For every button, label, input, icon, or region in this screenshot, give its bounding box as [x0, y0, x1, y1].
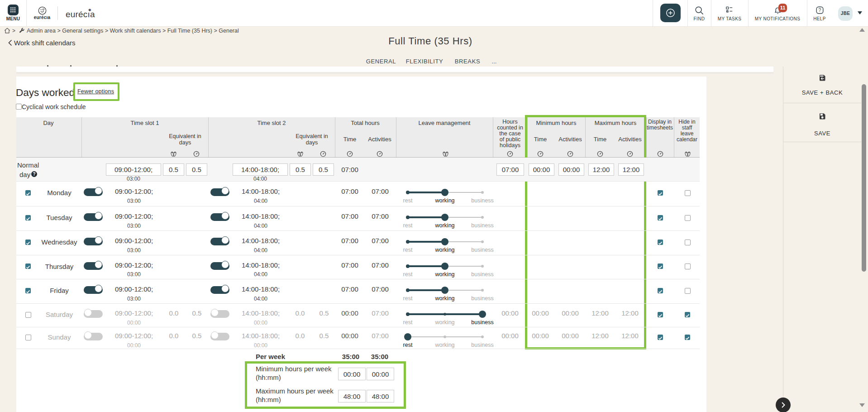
svg-text:?: ? [819, 7, 821, 13]
